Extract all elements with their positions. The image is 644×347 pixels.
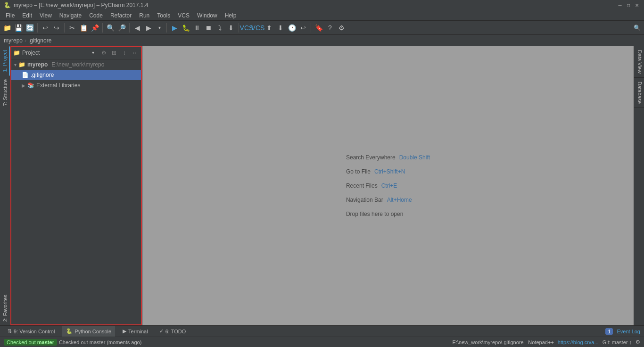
root-path: E:\new_work\myrepo (51, 61, 104, 68)
terminal-label: Terminal (128, 329, 148, 334)
toolbar-extra-btn[interactable]: ⚙ (336, 23, 347, 33)
toolbar-undo-btn[interactable]: ↩ (40, 23, 50, 33)
tree-item-gitignore[interactable]: 📄 .gitignore (10, 70, 142, 80)
toolbar-vcs-update-btn[interactable]: VCS (241, 23, 252, 33)
toolbar-save-btn[interactable]: 💾 (13, 23, 24, 33)
global-search-icon[interactable]: 🔍 (632, 23, 642, 33)
toolbar-nav-dropdown[interactable]: ▾ (155, 23, 164, 33)
menu-vcs[interactable]: VCS (174, 11, 193, 20)
toolbar-stop-btn[interactable]: ⏹ (203, 23, 214, 33)
project-collapse-icon[interactable]: ↔ (131, 49, 139, 57)
menu-edit[interactable]: Edit (18, 11, 36, 20)
toolbar-revert-btn[interactable]: ↩ (298, 23, 308, 33)
toolbar-step-into-btn[interactable]: ⬇ (226, 23, 236, 33)
title-bar: 🐍 myrepo – [E:\new_work\myrepo] – PyChar… (0, 0, 644, 10)
bottom-tab-vcs[interactable]: ⇅ 9: Version Control (4, 326, 58, 337)
tree-item-external-libs[interactable]: ▶ 📚 External Libraries (10, 80, 142, 91)
terminal-icon: ▶ (123, 328, 126, 334)
toolbar-sep-3 (102, 23, 103, 33)
toolbar-redo-btn[interactable]: ↪ (51, 23, 62, 33)
close-button[interactable]: ✕ (634, 2, 640, 8)
minimize-button[interactable]: ─ (617, 2, 623, 8)
git-status[interactable]: Git: master ↑ (603, 339, 632, 345)
event-log-label[interactable]: Event Log (617, 329, 640, 334)
python-console-label: Python Console (74, 329, 111, 334)
toolbar-paste-btn[interactable]: 📌 (90, 23, 100, 33)
bottom-tab-todo[interactable]: ✓ 6: TODO (156, 326, 190, 337)
right-tab-database[interactable]: Database (634, 78, 644, 108)
project-panel-dropdown[interactable]: ▾ (88, 48, 98, 58)
sidebar-item-favorites[interactable]: 2: Favorites (1, 291, 9, 325)
toolbar-sep-1 (37, 23, 38, 33)
right-tab-dataview[interactable]: Data View (634, 46, 644, 78)
hint-search: Search Everywhere Double Shift (346, 154, 430, 161)
tree-item-root[interactable]: ▾ 📁 myrepo E:\new_work\myrepo (10, 59, 142, 70)
project-layout-icon[interactable]: ⊞ (110, 49, 118, 57)
left-side-tabs: 1: Project 7: Structure 2: Favorites (0, 46, 10, 325)
toolbar-sync-btn[interactable]: 🔄 (25, 23, 35, 33)
toolbar-bookmarks-btn[interactable]: 🔖 (314, 23, 324, 33)
toolbar-cut-btn[interactable]: ✂ (67, 23, 77, 33)
menu-code[interactable]: Code (85, 11, 107, 20)
libs-arrow-icon: ▶ (22, 83, 25, 88)
toolbar-vcs-push-btn[interactable]: ⬆ (264, 23, 274, 33)
title-bar-controls: ─ □ ✕ (617, 2, 640, 8)
sidebar-item-structure[interactable]: 7: Structure (1, 75, 9, 110)
toolbar-forward-btn[interactable]: ▶ (143, 23, 154, 33)
toolbar-debug-btn[interactable]: 🐛 (181, 23, 191, 33)
nav-separator: › (25, 37, 26, 44)
toolbar: 📁 💾 🔄 ↩ ↪ ✂ 📋 📌 🔍 🔎 ◀ ▶ ▾ ▶ 🐛 ⏸ ⏹ ⤵ ⬇ VC… (0, 21, 644, 35)
restore-button[interactable]: □ (625, 2, 632, 8)
hint-navbar: Navigation Bar Alt+Home (346, 197, 430, 203)
toolbar-replace-btn[interactable]: 🔎 (116, 23, 127, 33)
status-settings-icon[interactable]: ⚙ (636, 339, 640, 345)
menu-refactor[interactable]: Refactor (107, 11, 135, 20)
toolbar-help-btn[interactable]: ? (325, 23, 335, 33)
root-name: myrepo (27, 61, 48, 68)
hint-search-shortcut: Double Shift (399, 154, 430, 161)
toolbar-sep-7 (311, 23, 311, 33)
project-tree: ▾ 📁 myrepo E:\new_work\myrepo 📄 .gitigno… (10, 59, 142, 325)
vcs-icon: ⇅ (8, 328, 12, 334)
hint-recent-label: Recent Files (346, 182, 378, 189)
nav-crumb-repo[interactable]: myrepo (4, 37, 23, 44)
project-settings-icon[interactable]: ⚙ (99, 49, 108, 57)
menu-help[interactable]: Help (221, 11, 240, 20)
bottom-tab-terminal[interactable]: ▶ Terminal (119, 326, 152, 337)
toolbar-run-btn[interactable]: ▶ (169, 23, 180, 33)
hint-drop-label: Drop files here to open (346, 211, 403, 217)
status-message: Checked out master (moments ago) (59, 339, 141, 345)
status-bar: Checked out master Checked out master (m… (0, 337, 644, 347)
nav-bar: myrepo › .gitignore (0, 35, 644, 46)
menu-run[interactable]: Run (135, 11, 153, 20)
toolbar-sep-6 (239, 23, 239, 33)
project-sort-icon[interactable]: ↕ (120, 49, 129, 57)
toolbar-pause-btn[interactable]: ⏸ (192, 23, 202, 33)
checked-out-label: Checked out master (4, 339, 57, 346)
menu-view[interactable]: View (36, 11, 56, 20)
bottom-tab-python-console[interactable]: 🐍 Python Console (62, 326, 115, 337)
nav-crumb-file[interactable]: .gitignore (28, 37, 51, 44)
python-console-icon: 🐍 (66, 328, 73, 334)
toolbar-step-over-btn[interactable]: ⤵ (215, 23, 225, 33)
project-panel: 📁 Project ▾ ⚙ ⊞ ↕ ↔ ▾ 📁 myrepo E:\new_wo… (10, 46, 142, 325)
menu-tools[interactable]: Tools (153, 11, 174, 20)
toolbar-vcs-history-btn[interactable]: 🕐 (287, 23, 297, 33)
root-folder-icon: 📁 (18, 61, 25, 68)
toolbar-back-btn[interactable]: ◀ (132, 23, 142, 33)
menu-file[interactable]: File (2, 11, 18, 20)
toolbar-vcs-commit-btn[interactable]: VCS (253, 23, 263, 33)
toolbar-sep-2 (64, 23, 65, 33)
vcs-label: 9: Version Control (14, 329, 55, 334)
status-link[interactable]: https://blog.cn/a... (558, 339, 599, 345)
menu-navigate[interactable]: Navigate (56, 11, 85, 20)
toolbar-open-btn[interactable]: 📁 (2, 23, 12, 33)
toolbar-vcs-update2-btn[interactable]: ⬇ (275, 23, 286, 33)
menu-window[interactable]: Window (193, 11, 221, 20)
toolbar-copy-btn[interactable]: 📋 (78, 23, 89, 33)
project-panel-header: 📁 Project ▾ ⚙ ⊞ ↕ ↔ (10, 46, 142, 59)
sidebar-item-project[interactable]: 1: Project (0, 46, 10, 75)
toolbar-search-btn[interactable]: 🔍 (105, 23, 116, 33)
window-title: myrepo – [E:\new_work\myrepo] – PyCharm … (14, 2, 148, 8)
todo-label: 6: TODO (165, 329, 186, 334)
